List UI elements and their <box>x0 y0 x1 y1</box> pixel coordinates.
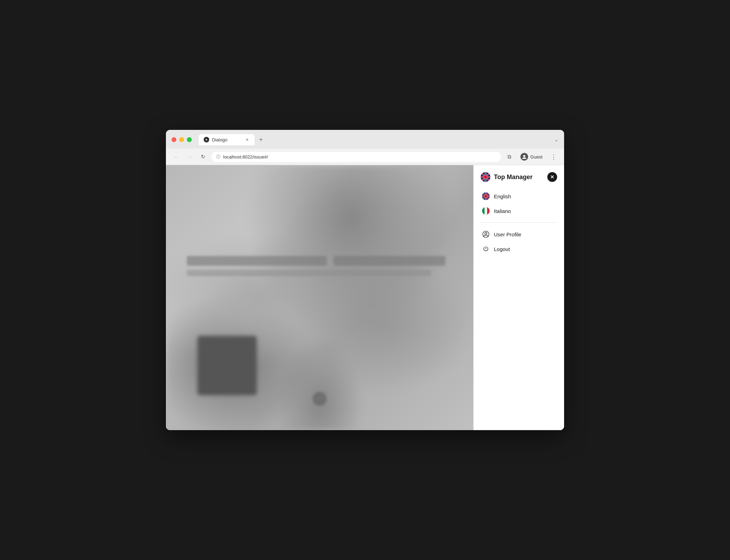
action-menu: User Profile Logout <box>474 226 564 258</box>
nav-bar: ← → ↻ ⓘ localhost:8022/issue#/ ⧉ Guest ⋮ <box>166 149 564 165</box>
title-bar: ● Dialogo ✕ + ⌄ <box>166 130 564 149</box>
active-tab[interactable]: ● Dialogo ✕ <box>199 134 255 145</box>
main-content <box>166 165 473 430</box>
language-italiano[interactable]: Italiano <box>474 204 564 218</box>
svg-rect-21 <box>487 207 490 215</box>
logout-label: Logout <box>494 246 510 252</box>
header-flag-icon <box>481 172 490 182</box>
new-tab-button[interactable]: + <box>256 135 266 145</box>
url-text: localhost:8022/issue#/ <box>223 154 268 160</box>
dropdown-close-button[interactable]: ✕ <box>547 172 557 182</box>
nav-right: ⧉ Guest ⋮ <box>504 152 559 162</box>
svg-point-0 <box>523 155 525 157</box>
page-content: Top Manager ✕ <box>166 165 564 430</box>
profile-button[interactable]: Guest <box>517 152 546 162</box>
close-button[interactable] <box>171 137 176 142</box>
tab-title: Dialogo <box>212 137 227 142</box>
english-label: English <box>494 193 511 199</box>
back-button[interactable]: ← <box>171 152 181 162</box>
tab-close-button[interactable]: ✕ <box>244 137 250 142</box>
security-icon: ⓘ <box>216 154 220 160</box>
reload-button[interactable]: ↻ <box>198 152 208 162</box>
svg-rect-20 <box>484 207 487 215</box>
tab-bar: ● Dialogo ✕ + ⌄ <box>199 134 559 145</box>
italiano-label: Italiano <box>494 208 511 214</box>
blurred-circle <box>313 392 327 406</box>
language-menu: English Italiano <box>474 187 564 220</box>
user-profile-item[interactable]: User Profile <box>474 227 564 242</box>
dropdown-panel: Top Manager ✕ <box>473 165 564 430</box>
dropdown-title: Top Manager <box>494 174 533 181</box>
blurred-content-2 <box>334 256 445 266</box>
pip-button[interactable]: ⧉ <box>504 152 514 162</box>
maximize-button[interactable] <box>187 137 192 142</box>
power-icon <box>482 245 490 253</box>
user-profile-label: User Profile <box>494 231 521 237</box>
menu-divider <box>481 222 557 223</box>
minimize-button[interactable] <box>179 137 184 142</box>
language-english[interactable]: English <box>474 189 564 204</box>
blurred-content-1 <box>187 256 327 266</box>
traffic-lights <box>171 137 192 142</box>
dropdown-title-area: Top Manager <box>481 172 533 182</box>
browser-window: ● Dialogo ✕ + ⌄ ← → ↻ ⓘ localhost:8022/i… <box>166 130 564 430</box>
blurred-content-3 <box>187 270 431 276</box>
browser-menu-button[interactable]: ⋮ <box>549 152 559 162</box>
uk-flag-icon <box>482 192 490 200</box>
logout-item[interactable]: Logout <box>474 242 564 256</box>
tab-favicon: ● <box>204 137 209 142</box>
profile-icon <box>520 153 528 161</box>
address-bar[interactable]: ⓘ localhost:8022/issue#/ <box>211 152 501 162</box>
account-icon <box>482 230 490 238</box>
it-flag-icon <box>482 207 490 215</box>
forward-button[interactable]: → <box>185 152 195 162</box>
svg-point-24 <box>485 233 487 235</box>
profile-label: Guest <box>530 154 542 160</box>
blurred-dark-square <box>197 336 257 395</box>
tab-overflow-chevron[interactable]: ⌄ <box>554 137 559 142</box>
dropdown-header: Top Manager ✕ <box>474 165 564 187</box>
